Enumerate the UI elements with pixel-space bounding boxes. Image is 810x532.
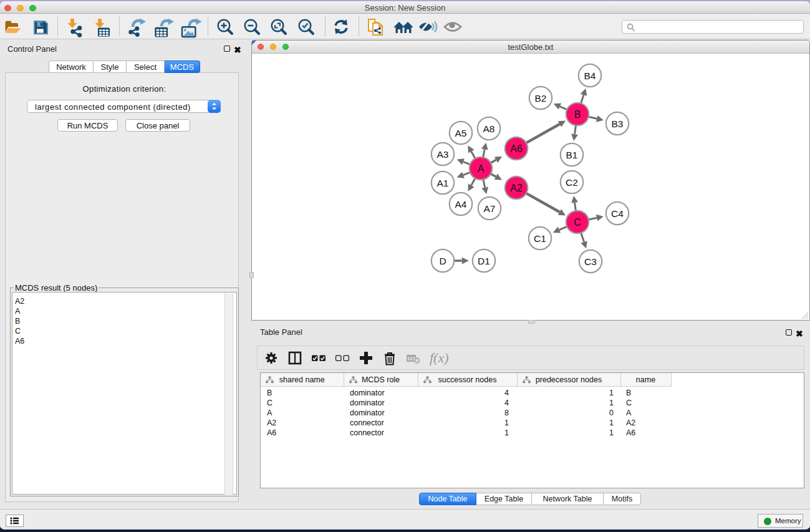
svg-text:C1: C1 xyxy=(534,233,546,244)
svg-text:D1: D1 xyxy=(478,256,490,266)
svg-text:B1: B1 xyxy=(566,150,578,160)
svg-text:A2: A2 xyxy=(510,183,523,193)
svg-text:B4: B4 xyxy=(584,70,596,81)
svg-text:A6: A6 xyxy=(510,143,523,154)
svg-text:A3: A3 xyxy=(437,149,449,160)
svg-text:A4: A4 xyxy=(455,199,467,210)
svg-text:A1: A1 xyxy=(437,178,449,188)
svg-text:D: D xyxy=(439,256,446,266)
svg-text:A5: A5 xyxy=(455,128,467,138)
svg-text:A8: A8 xyxy=(483,123,495,134)
svg-text:B3: B3 xyxy=(612,118,624,129)
svg-text:A7: A7 xyxy=(484,203,496,214)
svg-text:B2: B2 xyxy=(535,93,547,104)
svg-text:B: B xyxy=(574,109,581,120)
svg-text:C2: C2 xyxy=(566,177,578,188)
svg-text:C3: C3 xyxy=(584,256,597,267)
svg-text:C: C xyxy=(574,217,581,228)
svg-text:f(x): f(x) xyxy=(430,350,449,365)
svg-text:C4: C4 xyxy=(611,208,624,219)
svg-text:A: A xyxy=(478,163,485,174)
